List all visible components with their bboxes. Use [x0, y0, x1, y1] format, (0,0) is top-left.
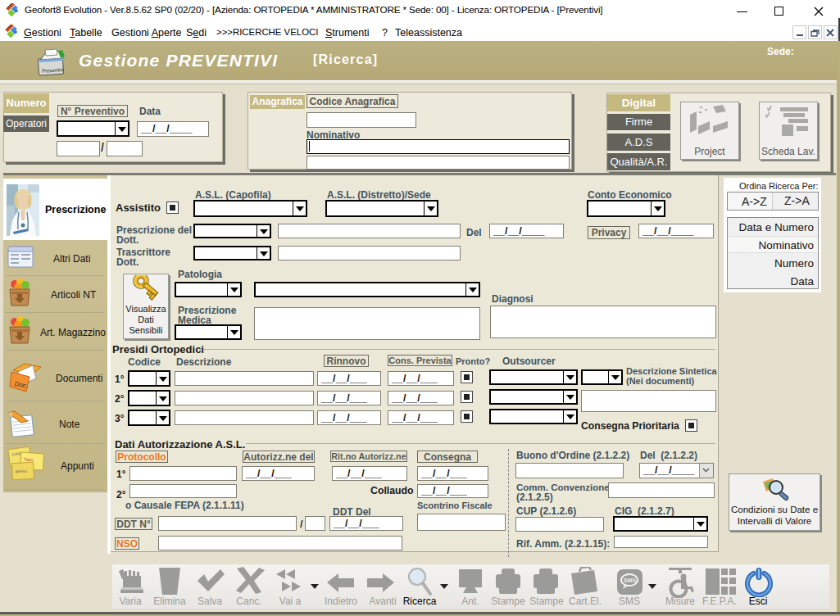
svg-text:Memo: Memo	[16, 469, 27, 474]
svg-text:Topic: Topic	[24, 456, 34, 462]
svg-text:SMS: SMS	[624, 578, 637, 583]
